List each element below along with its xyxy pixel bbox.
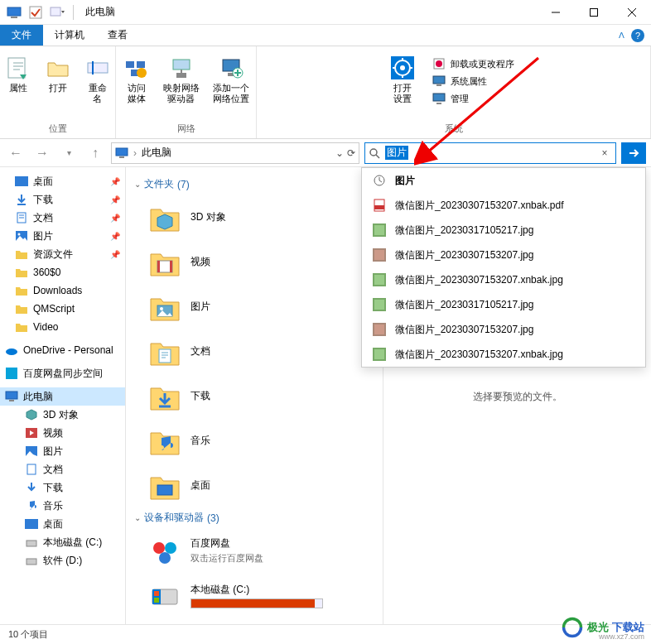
open-settings-button[interactable]: 打开 设置 [386, 53, 419, 106]
tree-thispc[interactable]: 此电脑 [0, 387, 125, 406]
search-result-item[interactable]: 微信图片_20230317105217.jpg [362, 218, 645, 243]
tree-3dobjects[interactable]: 3D 对象 [0, 406, 125, 424]
svg-point-29 [436, 60, 442, 67]
tree-desktop2[interactable]: 桌面 [0, 515, 125, 533]
tree-documents[interactable]: 文档📌 [0, 209, 125, 227]
address-bar[interactable]: › 此电脑 ⌄ ⟳ [111, 142, 359, 164]
manage-icon [432, 92, 446, 105]
svg-rect-31 [436, 84, 441, 86]
svg-rect-11 [126, 61, 134, 68]
nav-up-button[interactable]: ↑ [84, 142, 106, 164]
tree-pictures[interactable]: 图片📌 [0, 227, 125, 245]
search-result-item[interactable]: 微信图片_20230317105217.jpg [362, 292, 645, 317]
help-icon[interactable]: ? [631, 29, 644, 42]
folder-3dobjects[interactable]: 3D 对象 [126, 195, 383, 239]
image-icon [372, 297, 387, 312]
nav-recent-button[interactable]: ▾ [58, 142, 80, 164]
svg-rect-12 [137, 61, 145, 68]
tree-music[interactable]: 音乐 [0, 497, 125, 515]
tree-localc[interactable]: 本地磁盘 (C:) [0, 533, 125, 551]
rename-button[interactable]: 重命名 [81, 53, 114, 106]
image-icon [372, 223, 387, 238]
thispc-icon [115, 147, 128, 159]
svg-point-58 [18, 233, 21, 236]
qat-checkbox-icon[interactable] [27, 3, 45, 22]
folder-downloads[interactable]: 下载 [126, 373, 383, 418]
folder-videos[interactable]: 视频 [126, 239, 383, 284]
nav-back-button[interactable]: ← [5, 142, 27, 164]
tree-onedrive[interactable]: OneDrive - Personal [0, 341, 125, 359]
search-input[interactable]: 图片 [385, 146, 408, 160]
manage-button[interactable]: 管理 [431, 91, 516, 106]
chevron-down-icon: ⌄ [134, 180, 141, 189]
search-result-item[interactable]: 微信图片_20230307153207.jpg [362, 243, 645, 267]
tree-downloads-en[interactable]: Downloads [0, 281, 125, 300]
tree-videos[interactable]: 视频 [0, 424, 125, 442]
svg-rect-86 [154, 598, 159, 603]
address-dropdown-icon[interactable]: ⌄ [335, 147, 344, 159]
tree-baidu-sync[interactable]: 百度网盘同步空间 [0, 364, 125, 382]
ribbon-collapse-icon[interactable]: ᐱ [619, 31, 624, 40]
refresh-icon[interactable]: ⟳ [347, 147, 355, 159]
map-drive-button[interactable]: 映射网络 驱动器 [160, 53, 203, 106]
open-button[interactable]: 打开 [41, 53, 75, 95]
minimize-button[interactable] [537, 0, 575, 25]
tree-desktop[interactable]: 桌面📌 [0, 172, 125, 190]
svg-point-73 [160, 307, 163, 310]
svg-rect-5 [591, 8, 598, 16]
tab-computer[interactable]: 计算机 [43, 25, 96, 46]
tree-downloads2[interactable]: 下载 [0, 478, 125, 497]
search-result-item[interactable]: 微信图片_20230307153207.jpg [362, 317, 645, 342]
close-button[interactable] [613, 0, 651, 25]
qat-thispc-icon[interactable] [5, 3, 23, 22]
folder-music[interactable]: 音乐 [126, 418, 383, 463]
svg-rect-15 [173, 60, 190, 70]
drive-localc[interactable]: 本地磁盘 (C:) [126, 573, 383, 618]
ribbon-tabs: 文件 计算机 查看 ᐱ ? [0, 25, 651, 46]
svg-line-36 [376, 155, 379, 158]
tree-qmscript[interactable]: QMScript [0, 300, 125, 318]
svg-rect-1 [11, 17, 17, 18]
search-result-item[interactable]: 微信图片_20230307153207.xnbak.jpg [362, 267, 645, 292]
tree-resourcefiles[interactable]: 资源文件📌 [0, 245, 125, 263]
svg-rect-79 [157, 485, 172, 495]
tab-file[interactable]: 文件 [0, 25, 43, 46]
search-result-item[interactable]: 微信图片_20230307153207.xnbak.jpg [362, 342, 645, 367]
properties-button[interactable]: 属性 [2, 53, 35, 95]
svg-rect-61 [6, 392, 17, 399]
svg-rect-68 [27, 559, 36, 565]
search-go-button[interactable] [621, 142, 646, 164]
svg-point-81 [165, 542, 176, 554]
folder-desktop[interactable]: 桌面 [126, 463, 383, 507]
tree-pictures2[interactable]: 图片 [0, 442, 125, 460]
uninstall-programs-button[interactable]: 卸载或更改程序 [431, 56, 516, 71]
status-bar: 10 个项目 [0, 624, 651, 644]
qat-dropdown-icon[interactable] [48, 3, 66, 22]
search-clear-button[interactable]: × [597, 147, 612, 159]
tree-downloads[interactable]: 下载📌 [0, 190, 125, 209]
tree-softd[interactable]: 软件 (D:) [0, 551, 125, 570]
image-icon [372, 248, 387, 262]
folder-pictures[interactable]: 图片 [126, 284, 383, 329]
section-drives[interactable]: ⌄ 设备和驱动器 (3) [126, 507, 383, 528]
nav-forward-button[interactable]: → [31, 142, 53, 164]
ribbon: 属性 打开 重命名 位置 访问媒体 映射网络 驱动器 [0, 46, 651, 139]
svg-rect-60 [6, 368, 17, 379]
folder-documents[interactable]: 文档 [126, 329, 383, 373]
access-media-button[interactable]: 访问媒体 [120, 53, 153, 106]
tab-view[interactable]: 查看 [96, 25, 139, 46]
ribbon-group-network: 网络 [177, 121, 195, 138]
drive-baidu[interactable]: 百度网盘 双击运行百度网盘 [126, 528, 383, 573]
search-box[interactable]: 图片 × [364, 142, 616, 164]
search-result-item[interactable]: 微信图片_20230307153207.xnbak.pdf [362, 193, 645, 218]
tree-360s0[interactable]: 360$0 [0, 263, 125, 281]
tree-documents2[interactable]: 文档 [0, 460, 125, 478]
section-folders[interactable]: ⌄ 文件夹 (7) [126, 174, 383, 195]
add-network-location-button[interactable]: 添加一个 网络位置 [210, 53, 253, 106]
watermark-logo [561, 616, 584, 639]
tree-video-en[interactable]: Video [0, 318, 125, 336]
search-suggestion-heading[interactable]: 图片 [362, 168, 645, 193]
system-properties-button[interactable]: 系统属性 [431, 74, 516, 89]
svg-point-59 [6, 348, 17, 355]
maximize-button[interactable] [575, 0, 613, 25]
